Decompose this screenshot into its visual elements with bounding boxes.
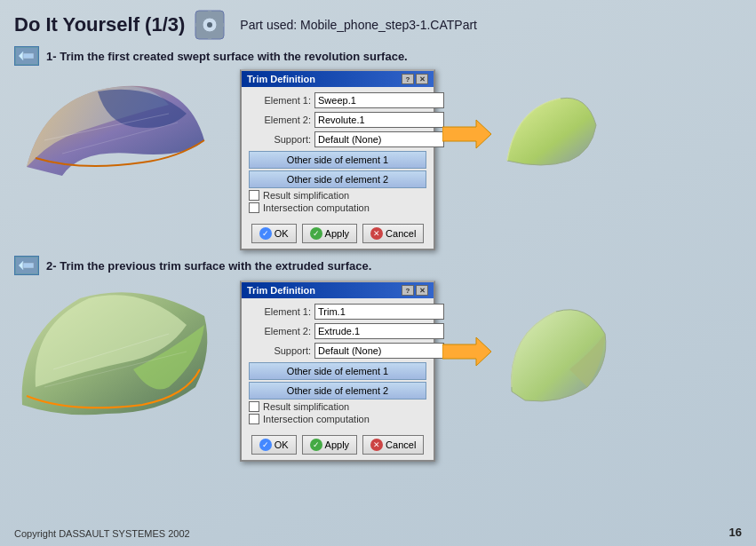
dialog-2-footer: ✓ OK ✓ Apply ✕ Cancel xyxy=(242,431,434,460)
dialog-2-cancel-label: Cancel xyxy=(386,439,416,450)
svg-rect-4 xyxy=(208,34,211,39)
dialog-1-help-button[interactable]: ? xyxy=(402,74,414,84)
dialog-2-other-side-2-button[interactable]: Other side of element 2 xyxy=(249,382,426,400)
dialog-2-intersection-checkbox[interactable] xyxy=(249,414,259,424)
shape-area-2 xyxy=(9,281,240,423)
apply-icon-2: ✓ xyxy=(310,439,322,451)
step2-label-row: 2- Trim the previous trim surface with t… xyxy=(0,254,756,277)
dialog-2-titlebar-buttons: ? ✕ xyxy=(402,285,428,296)
dialog-2-title: Trim Definition xyxy=(247,285,315,296)
dialog-1-title: Trim Definition xyxy=(247,74,315,84)
svg-marker-11 xyxy=(442,120,491,148)
dialog-1: Trim Definition ? ✕ Element 1: Element 2… xyxy=(240,69,435,250)
dialog-2-element1-input[interactable] xyxy=(314,304,444,320)
dialog-1-intersection-checkbox[interactable] xyxy=(249,202,259,213)
dialog-2-apply-button[interactable]: ✓ Apply xyxy=(302,435,358,455)
right-shape-1-container xyxy=(498,69,605,198)
dialog-2-intersection-label: Intersection computation xyxy=(263,414,370,424)
page: Do It Yourself (1/3) Part used: Mobile_p… xyxy=(0,0,756,546)
dialog-1-titlebar-buttons: ? ✕ xyxy=(402,74,428,84)
dialog-1-body: Element 1: Element 2: Support: Other sid… xyxy=(242,87,434,220)
arrow-1-container xyxy=(442,69,491,198)
dialog-2-titlebar: Trim Definition ? ✕ xyxy=(242,282,434,298)
dialog-1-element1-input[interactable] xyxy=(314,92,444,108)
dialog-1-support-row: Support: xyxy=(249,131,426,147)
dialog-2-support-row: Support: xyxy=(249,343,426,359)
apply-icon: ✓ xyxy=(310,227,322,240)
dialog-1-intersection-label: Intersection computation xyxy=(263,202,370,213)
dialog-2-element1-row: Element 1: xyxy=(249,304,426,320)
page-number: 16 xyxy=(729,526,742,539)
dialog-1-element1-row: Element 1: xyxy=(249,92,426,108)
copyright: Copyright DASSAULT SYSTEMES 2002 xyxy=(14,528,190,539)
right-shape-2 xyxy=(498,298,614,405)
dialog-2-close-button[interactable]: ✕ xyxy=(416,285,428,296)
arrow-2-container xyxy=(442,281,491,423)
section-1: Trim Definition ? ✕ Element 1: Element 2… xyxy=(0,69,756,250)
dialog-2-support-input[interactable] xyxy=(314,343,444,359)
dialog-2-body: Element 1: Element 2: Support: Other sid… xyxy=(242,298,434,431)
step1-label-row: 1- Trim the first created swept surface … xyxy=(0,44,756,67)
cancel-icon-2: ✕ xyxy=(370,439,383,451)
dialog-1-support-label: Support: xyxy=(249,134,311,145)
svg-point-2 xyxy=(207,22,212,28)
dialog-1-support-input[interactable] xyxy=(314,131,444,147)
dialog-2-element2-input[interactable] xyxy=(314,323,444,339)
dialog-1-element2-row: Element 2: xyxy=(249,112,426,128)
dialog-1-other-side-1-button[interactable]: Other side of element 1 xyxy=(249,151,426,169)
svg-marker-16 xyxy=(442,337,491,366)
step1-svg-icon xyxy=(16,48,37,64)
dialog-2-ok-label: OK xyxy=(275,439,289,450)
dialog-1-other-side-2-button[interactable]: Other side of element 2 xyxy=(249,170,426,188)
step1-label: 1- Trim the first created swept surface … xyxy=(46,50,408,63)
header-icon xyxy=(194,9,226,41)
dialog-1-ok-button[interactable]: ✓ OK xyxy=(251,224,297,243)
dialog-1-cancel-label: Cancel xyxy=(386,228,416,239)
cancel-icon: ✕ xyxy=(370,227,383,240)
step2-icon xyxy=(14,256,39,275)
dialog-2-ok-button[interactable]: ✓ OK xyxy=(251,435,297,455)
dialog-1-result-simplification-checkbox[interactable] xyxy=(249,190,259,201)
dialog-2-element2-row: Element 2: xyxy=(249,323,426,339)
dialog-1-intersection-row: Intersection computation xyxy=(249,202,426,213)
dialog-2: Trim Definition ? ✕ Element 1: Element 2… xyxy=(240,281,435,462)
svg-rect-13 xyxy=(23,263,34,268)
dialog-1-element2-input[interactable] xyxy=(314,112,444,128)
dialog-2-element1-label: Element 1: xyxy=(249,306,311,317)
dialog-1-element1-label: Element 1: xyxy=(249,95,311,106)
dialog-1-result-simplification-label: Result simplification xyxy=(263,190,349,201)
dialog-2-intersection-row: Intersection computation xyxy=(249,414,426,424)
svg-rect-5 xyxy=(195,23,201,27)
shape-area-1 xyxy=(9,69,240,198)
dialog-2-cancel-button[interactable]: ✕ Cancel xyxy=(362,435,424,455)
dialog-1-close-button[interactable]: ✕ xyxy=(416,74,428,84)
dialog-1-apply-button[interactable]: ✓ Apply xyxy=(302,224,358,243)
dialog-1-cancel-button[interactable]: ✕ Cancel xyxy=(362,224,424,243)
part-label: Part used: Mobile_phone_step3-1.CATPart xyxy=(240,18,477,32)
step2-label: 2- Trim the previous trim surface with t… xyxy=(46,259,371,273)
ok-icon: ✓ xyxy=(259,227,272,240)
dialog-1-result-simplification-row: Result simplification xyxy=(249,190,426,201)
dialog-1-ok-label: OK xyxy=(275,228,289,239)
dialog-2-result-simplification-row: Result simplification xyxy=(249,401,426,412)
dialog-2-help-button[interactable]: ? xyxy=(402,285,414,296)
dialog-2-support-label: Support: xyxy=(249,345,311,356)
step1-icon xyxy=(14,46,39,66)
dialog-2-result-simplification-checkbox[interactable] xyxy=(249,401,259,412)
step2-svg-icon xyxy=(16,257,37,273)
svg-rect-6 xyxy=(219,23,224,27)
svg-rect-3 xyxy=(208,11,211,16)
svg-rect-8 xyxy=(23,53,34,59)
right-shape-2-container xyxy=(498,281,614,423)
dialog-1-footer: ✓ OK ✓ Apply ✕ Cancel xyxy=(242,220,434,249)
ok-icon-2: ✓ xyxy=(259,439,272,451)
shape-svg-1 xyxy=(9,69,222,194)
right-shape-1 xyxy=(498,90,605,178)
arrow-1 xyxy=(442,116,491,152)
dialog-2-element2-label: Element 2: xyxy=(249,326,311,336)
section-2: Trim Definition ? ✕ Element 1: Element 2… xyxy=(0,281,756,462)
shape-svg-2 xyxy=(9,281,222,423)
dialog-2-apply-label: Apply xyxy=(325,439,350,450)
dialog-2-other-side-1-button[interactable]: Other side of element 1 xyxy=(249,362,426,380)
header: Do It Yourself (1/3) Part used: Mobile_p… xyxy=(0,0,756,44)
